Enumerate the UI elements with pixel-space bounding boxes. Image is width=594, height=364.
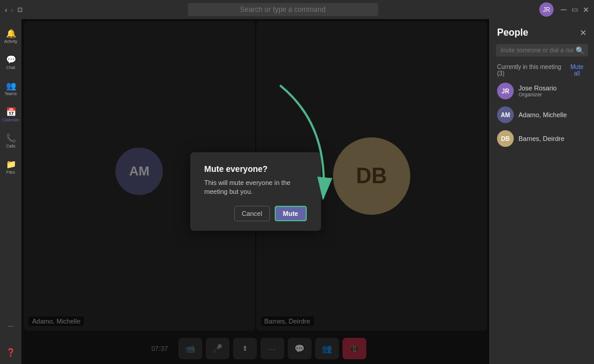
participant-row-am[interactable]: AM Adamo, Michelle	[490, 103, 594, 127]
sidebar-item-files[interactable]: 📁 Files	[1, 155, 20, 178]
forward-icon[interactable]: ›	[11, 5, 13, 14]
modal-overlay: Mute everyone? This will mute everyone i…	[21, 19, 489, 364]
avatar-db-panel: DB	[497, 130, 514, 147]
files-icon: 📁	[6, 159, 16, 169]
participant-list: JR Jose Rosario Organizer AM Adamo, Mich…	[490, 79, 594, 150]
search-input[interactable]	[188, 3, 378, 16]
modal-title: Mute everyone?	[205, 164, 307, 174]
participant-name-am-panel: Adamo, Michelle	[518, 111, 587, 118]
more-apps-icon: ···	[8, 322, 13, 330]
participant-name-jr: Jose Rosario	[518, 84, 587, 92]
search-wrap: 🔍	[496, 44, 588, 57]
nav-controls: ‹ › ⊡	[5, 5, 26, 14]
mute-button[interactable]: Mute	[275, 206, 307, 221]
avatar-am-panel: AM	[497, 106, 514, 123]
cancel-button[interactable]: Cancel	[234, 206, 270, 221]
calls-icon: 📞	[6, 133, 16, 143]
invite-search-input[interactable]	[496, 44, 588, 57]
sidebar-item-more[interactable]: ···	[1, 314, 20, 338]
section-label: Currently in this meeting (3)	[497, 64, 567, 77]
modal-description: This will mute everyone in the meeting b…	[205, 178, 307, 197]
sidebar-label-teams: Teams	[5, 92, 17, 96]
sidebar-label-calls: Calls	[6, 144, 15, 148]
content-area: AM Adamo, Michelle DB Barnes, Deirdre 07…	[21, 19, 489, 364]
search-area	[30, 3, 536, 16]
back-icon[interactable]: ‹	[5, 5, 7, 14]
participant-row-jr[interactable]: JR Jose Rosario Organizer	[490, 79, 594, 103]
sidebar-item-teams[interactable]: 👥 Teams	[1, 76, 20, 100]
restore-icon[interactable]: ▭	[571, 5, 578, 14]
participant-role-jr: Organizer	[518, 92, 587, 98]
sidebar-item-chat[interactable]: 💬 Chat	[1, 50, 20, 74]
participant-name-db-panel: Barnes, Deirdre	[518, 135, 587, 142]
sidebar-label-activity: Activity	[4, 39, 17, 43]
participant-row-db[interactable]: DB Barnes, Deirdre	[490, 127, 594, 150]
avatar-jr: JR	[497, 83, 514, 99]
panel-header: People ✕	[490, 19, 594, 44]
mute-all-button[interactable]: Mute all	[567, 64, 587, 77]
sidebar-item-calendar[interactable]: 📅 Calendar	[1, 102, 20, 126]
calendar-icon: 📅	[6, 107, 16, 117]
close-icon[interactable]: ✕	[583, 5, 589, 14]
participant-info-jr: Jose Rosario Organizer	[518, 84, 587, 98]
chat-icon: 💬	[6, 55, 16, 64]
sidebar-label-chat: Chat	[7, 65, 15, 70]
close-icon: ✕	[580, 28, 587, 37]
sidebar-item-activity[interactable]: 🔔 Activity	[1, 24, 20, 48]
top-bar: ‹ › ⊡ JR ─ ▭ ✕	[0, 0, 594, 19]
mute-everyone-modal: Mute everyone? This will mute everyone i…	[190, 152, 321, 231]
invite-search-icon: 🔍	[576, 46, 584, 55]
sidebar-label-calendar: Calendar	[2, 118, 19, 122]
window-controls: JR ─ ▭ ✕	[539, 2, 589, 17]
user-avatar[interactable]: JR	[539, 2, 554, 17]
sidebar-label-files: Files	[7, 170, 15, 174]
sidebar: 🔔 Activity 💬 Chat 👥 Teams 📅 Calendar 📞 C…	[0, 19, 21, 364]
history-icon[interactable]: ⊡	[17, 6, 23, 14]
activity-icon: 🔔	[6, 29, 16, 38]
panel-title: People	[497, 27, 528, 38]
modal-actions: Cancel Mute	[205, 206, 307, 221]
sidebar-item-calls[interactable]: 📞 Calls	[1, 128, 20, 152]
teams-icon: 👥	[6, 81, 16, 90]
panel-close-button[interactable]: ✕	[580, 28, 587, 37]
minimize-icon[interactable]: ─	[561, 5, 567, 14]
participant-info-db: Barnes, Deirdre	[518, 135, 587, 142]
section-header: Currently in this meeting (3) Mute all	[490, 61, 594, 79]
participant-info-am: Adamo, Michelle	[518, 111, 587, 118]
sidebar-item-help[interactable]: ❓	[1, 340, 20, 364]
main-layout: 🔔 Activity 💬 Chat 👥 Teams 📅 Calendar 📞 C…	[0, 19, 594, 364]
people-panel: People ✕ 🔍 Currently in this meeting (3)…	[489, 19, 594, 364]
help-icon: ❓	[6, 348, 15, 357]
